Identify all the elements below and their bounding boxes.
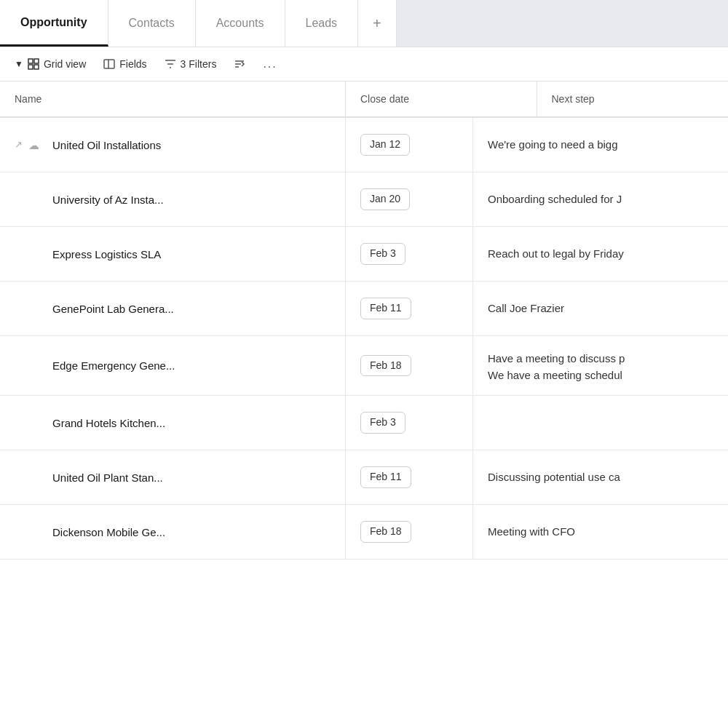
opportunity-name: Dickenson Mobile Ge...: [52, 525, 165, 540]
dropdown-icon: ▼: [15, 59, 23, 69]
table: Name Close date Next step ↗ ☁ United Oil…: [0, 81, 728, 559]
opportunity-name: United Oil Installations: [52, 138, 161, 153]
more-label: ...: [263, 57, 277, 71]
cell-close-date: Feb 3: [346, 227, 473, 281]
sort-icon: [234, 58, 245, 70]
fields-label: Fields: [119, 58, 146, 70]
table-row[interactable]: Express Logistics SLAFeb 3Reach out to l…: [0, 227, 728, 282]
fields-icon: [103, 58, 115, 70]
cell-next-step: Meeting with CFO: [473, 505, 728, 559]
filters-button[interactable]: 3 Filters: [165, 58, 217, 70]
table-body: ↗ ☁ United Oil InstallationsJan 12We're …: [0, 118, 728, 559]
cell-close-date: Jan 12: [346, 118, 473, 172]
next-step-text: Meeting with CFO: [488, 524, 575, 541]
cell-name: GenePoint Lab Genera...: [0, 282, 346, 335]
tab-accounts[interactable]: Accounts: [196, 0, 285, 47]
col-header-name: Name: [0, 81, 346, 116]
add-tab-button[interactable]: +: [358, 0, 397, 47]
cell-name: Edge Emergency Gene...: [0, 336, 346, 395]
cell-next-step: Onboarding scheduled for J: [473, 172, 728, 226]
tab-contacts[interactable]: Contacts: [108, 0, 196, 47]
cell-next-step: Call Joe Frazier: [473, 282, 728, 335]
grid-view-label: Grid view: [44, 58, 86, 70]
svg-rect-2: [28, 65, 33, 69]
filter-icon: [165, 58, 176, 70]
cell-close-date: Feb 11: [346, 450, 473, 504]
grid-view-button[interactable]: ▼ Grid view: [15, 58, 86, 70]
col-header-next-step: Next step: [537, 81, 729, 116]
table-row[interactable]: United Oil Plant Stan...Feb 11Discussing…: [0, 450, 728, 505]
opportunity-name: Grand Hotels Kitchen...: [52, 415, 165, 431]
tab-bar: Opportunity Contacts Accounts Leads +: [0, 0, 728, 47]
date-badge: Feb 3: [360, 412, 405, 434]
cell-name: University of Az Insta...: [0, 172, 346, 226]
cell-close-date: Feb 3: [346, 396, 473, 450]
fields-button[interactable]: Fields: [103, 58, 146, 70]
cell-next-step: We're going to need a bigg: [473, 118, 728, 172]
next-step-text: Call Joe Frazier: [488, 300, 564, 317]
next-step-text: Have a meeting to discuss pWe have a mee…: [488, 351, 625, 383]
cell-name: Dickenson Mobile Ge...: [0, 505, 346, 559]
next-step-text: We're going to need a bigg: [488, 137, 618, 154]
cell-name: United Oil Plant Stan...: [0, 450, 346, 504]
tab-leads[interactable]: Leads: [285, 0, 359, 47]
date-badge: Jan 20: [360, 188, 410, 210]
sort-button[interactable]: [234, 58, 245, 70]
table-row[interactable]: Dickenson Mobile Ge...Feb 18Meeting with…: [0, 505, 728, 559]
date-badge: Feb 11: [360, 466, 411, 488]
filters-label: 3 Filters: [181, 58, 217, 70]
expand-icon[interactable]: ↗: [15, 138, 23, 151]
opportunity-name: GenePoint Lab Genera...: [52, 301, 174, 316]
opportunity-name: Edge Emergency Gene...: [52, 358, 175, 373]
next-step-text: Discussing potential use ca: [488, 469, 620, 486]
more-button[interactable]: ...: [263, 57, 277, 71]
cell-close-date: Feb 18: [346, 336, 473, 395]
table-header: Name Close date Next step: [0, 81, 728, 118]
svg-rect-0: [28, 59, 33, 63]
next-step-text: Reach out to legal by Friday: [488, 246, 624, 263]
svg-rect-4: [104, 60, 114, 68]
table-row[interactable]: University of Az Insta...Jan 20Onboardin…: [0, 172, 728, 227]
cloud-icon: ☁: [28, 138, 39, 153]
date-badge: Jan 12: [360, 134, 410, 156]
col-header-close-date: Close date: [346, 81, 537, 116]
opportunity-name: United Oil Plant Stan...: [52, 470, 163, 485]
cell-next-step: Have a meeting to discuss pWe have a mee…: [473, 336, 728, 395]
cell-close-date: Jan 20: [346, 172, 473, 226]
cell-close-date: Feb 11: [346, 282, 473, 335]
table-row[interactable]: Grand Hotels Kitchen...Feb 3: [0, 396, 728, 450]
date-badge: Feb 18: [360, 521, 411, 543]
cell-name: Express Logistics SLA: [0, 227, 346, 281]
cell-next-step: Discussing potential use ca: [473, 450, 728, 504]
date-badge: Feb 11: [360, 298, 411, 319]
cell-name: ↗ ☁ United Oil Installations: [0, 118, 346, 172]
table-row[interactable]: GenePoint Lab Genera...Feb 11Call Joe Fr…: [0, 282, 728, 336]
table-row[interactable]: Edge Emergency Gene...Feb 18Have a meeti…: [0, 336, 728, 396]
date-badge: Feb 3: [360, 243, 405, 265]
grid-icon: [28, 58, 39, 70]
cell-name: Grand Hotels Kitchen...: [0, 396, 346, 450]
cell-next-step: [473, 396, 728, 450]
opportunity-name: University of Az Insta...: [52, 192, 164, 207]
cell-close-date: Feb 18: [346, 505, 473, 559]
date-badge: Feb 18: [360, 355, 411, 377]
opportunity-name: Express Logistics SLA: [52, 247, 161, 262]
toolbar: ▼ Grid view Fields 3 Filters ...: [0, 47, 728, 81]
tab-spacer: [397, 0, 728, 47]
svg-rect-3: [34, 65, 39, 69]
cell-next-step: Reach out to legal by Friday: [473, 227, 728, 281]
tab-opportunity[interactable]: Opportunity: [0, 0, 108, 47]
table-row[interactable]: ↗ ☁ United Oil InstallationsJan 12We're …: [0, 118, 728, 172]
svg-rect-1: [34, 59, 39, 63]
next-step-text: Onboarding scheduled for J: [488, 191, 622, 208]
